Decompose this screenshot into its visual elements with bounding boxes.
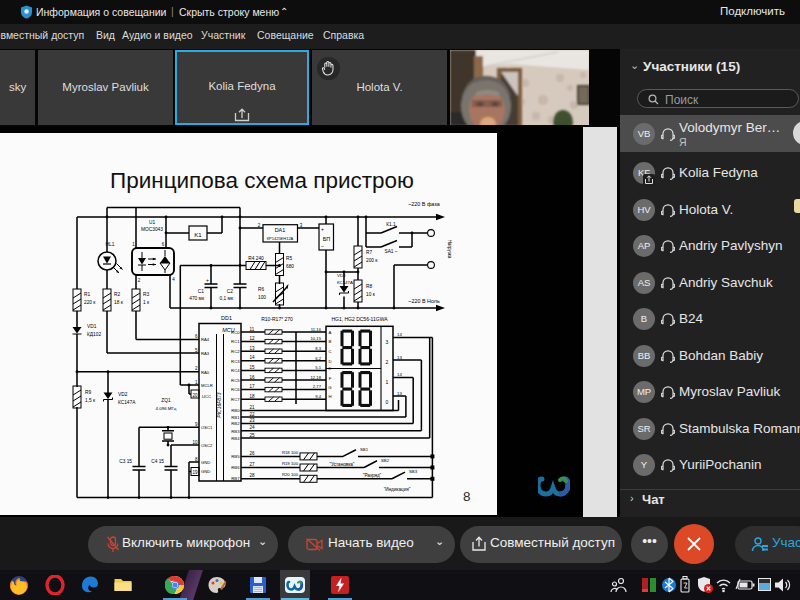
svg-text:DD1: DD1 <box>221 315 232 321</box>
svg-text:A: A <box>329 330 332 335</box>
svg-text:HG1, HG2 DC56-11GWA: HG1, HG2 DC56-11GWA <box>331 316 388 322</box>
svg-text:28: 28 <box>250 473 256 478</box>
svg-text:RC3: RC3 <box>231 359 240 364</box>
svg-text:11: 11 <box>250 327 255 332</box>
svg-text:RB5: RB5 <box>231 454 240 459</box>
svg-text:R3: R3 <box>143 292 149 297</box>
svg-text:RB0: RB0 <box>231 408 240 413</box>
svg-text:RB6: RB6 <box>231 465 240 470</box>
svg-text:18: 18 <box>250 394 256 399</box>
svg-text:19: 19 <box>192 470 198 475</box>
svg-text:R19 100: R19 100 <box>282 461 299 466</box>
svg-text:Нагрузка: Нагрузка <box>447 240 452 259</box>
svg-text:25: 25 <box>250 433 256 438</box>
svg-text:MOC3043: MOC3043 <box>141 227 163 232</box>
svg-text:R7: R7 <box>366 250 372 255</box>
svg-text:RA4: RA4 <box>201 337 210 342</box>
svg-text:"Разряд": "Разряд" <box>363 473 382 478</box>
svg-text:UСС: UСС <box>202 394 211 399</box>
svg-text:RC5: RC5 <box>231 378 240 383</box>
svg-text:16: 16 <box>250 375 256 380</box>
svg-text:C1: C1 <box>198 289 204 294</box>
svg-text:20: 20 <box>192 393 198 398</box>
svg-text:26: 26 <box>250 451 256 456</box>
svg-text:10,15: 10,15 <box>311 336 322 341</box>
svg-text:~220 В Ноль: ~220 В Ноль <box>408 298 440 304</box>
svg-text:6,2: 6,2 <box>315 356 321 361</box>
svg-text:"Установка": "Установка" <box>330 462 355 467</box>
svg-text:24: 24 <box>250 425 256 430</box>
svg-text:13: 13 <box>397 355 402 360</box>
svg-text:R4 240: R4 240 <box>248 256 264 261</box>
svg-text:100: 100 <box>258 295 266 300</box>
svg-text:GND: GND <box>201 460 210 465</box>
svg-text:220 к: 220 к <box>84 300 96 305</box>
svg-text:C3 15: C3 15 <box>119 459 132 464</box>
svg-text:~220 В фаза: ~220 В фаза <box>408 201 440 207</box>
svg-text:17: 17 <box>250 384 256 389</box>
svg-text:OSC1: OSC1 <box>201 425 213 430</box>
svg-text:13: 13 <box>250 346 256 351</box>
svg-text:RB1: RB1 <box>231 415 240 420</box>
svg-text:КС147А: КС147А <box>118 400 136 405</box>
svg-text:23: 23 <box>250 418 256 423</box>
svg-text:U1: U1 <box>149 220 155 225</box>
svg-text:0,1 мк: 0,1 мк <box>220 296 234 301</box>
svg-text:11,16: 11,16 <box>311 327 322 332</box>
svg-text:470 мк: 470 мк <box>189 296 205 301</box>
svg-text:21: 21 <box>250 405 256 410</box>
svg-text:H: H <box>328 394 331 399</box>
svg-text:C: C <box>328 349 331 354</box>
svg-text:Принципова схема пристрою: Принципова схема пристрою <box>110 168 414 193</box>
svg-text:R10-R17* 270: R10-R17* 270 <box>261 316 293 322</box>
svg-text:12,18: 12,18 <box>311 375 322 380</box>
svg-text:RB2: RB2 <box>231 421 240 426</box>
svg-text:1: 1 <box>385 379 388 385</box>
svg-text:18 к: 18 к <box>114 300 124 305</box>
svg-text:VD2: VD2 <box>118 392 128 397</box>
svg-text:13: 13 <box>397 391 402 396</box>
svg-text:B: B <box>329 339 332 344</box>
svg-text:R8: R8 <box>366 284 372 289</box>
svg-text:GND: GND <box>201 469 210 474</box>
svg-text:14: 14 <box>397 332 402 337</box>
svg-text:SB2: SB2 <box>381 458 390 463</box>
svg-text:SB3: SB3 <box>409 469 418 474</box>
svg-text:F: F <box>329 376 332 381</box>
svg-text:RC6: RC6 <box>231 387 240 392</box>
svg-text:"Индикация": "Индикация" <box>384 487 411 492</box>
svg-text:2,77: 2,77 <box>313 384 322 389</box>
svg-text:8: 8 <box>463 489 471 504</box>
svg-text:КР1425ЕН12А: КР1425ЕН12А <box>267 236 294 241</box>
svg-text:К1.1: К1.1 <box>386 222 396 227</box>
svg-text:–: – <box>321 243 324 249</box>
svg-text:+: + <box>321 226 324 232</box>
svg-text:15: 15 <box>250 365 256 370</box>
svg-text:R5: R5 <box>286 256 292 261</box>
svg-text:RB7: RB7 <box>231 476 240 481</box>
svg-text:3: 3 <box>385 339 388 345</box>
svg-text:RC1: RC1 <box>231 339 240 344</box>
svg-text:22: 22 <box>250 412 256 417</box>
svg-text:5,1: 5,1 <box>315 365 321 370</box>
svg-text:+: + <box>206 277 209 283</box>
svg-text:MCLR: MCLR <box>201 383 213 388</box>
svg-text:R20 100: R20 100 <box>282 472 299 477</box>
svg-text:R18 100: R18 100 <box>282 450 299 455</box>
svg-text:HL1: HL1 <box>106 242 115 247</box>
svg-text:4.096 МГц: 4.096 МГц <box>156 406 177 411</box>
svg-text:E: E <box>329 366 332 371</box>
svg-text:RC7: RC7 <box>231 397 240 402</box>
svg-text:680: 680 <box>286 264 294 269</box>
svg-text:1,5 к: 1,5 к <box>85 398 96 403</box>
svg-text:14: 14 <box>250 355 256 360</box>
svg-text:БП: БП <box>323 236 331 242</box>
svg-text:9,4: 9,4 <box>315 394 321 399</box>
svg-text:14: 14 <box>397 372 402 377</box>
svg-text:27: 27 <box>250 462 256 467</box>
svg-text:C2: C2 <box>227 289 233 294</box>
svg-text:ZQ1: ZQ1 <box>161 398 171 403</box>
svg-text:R1: R1 <box>84 292 90 297</box>
svg-text:12: 12 <box>250 336 256 341</box>
svg-text:R6: R6 <box>258 287 264 292</box>
